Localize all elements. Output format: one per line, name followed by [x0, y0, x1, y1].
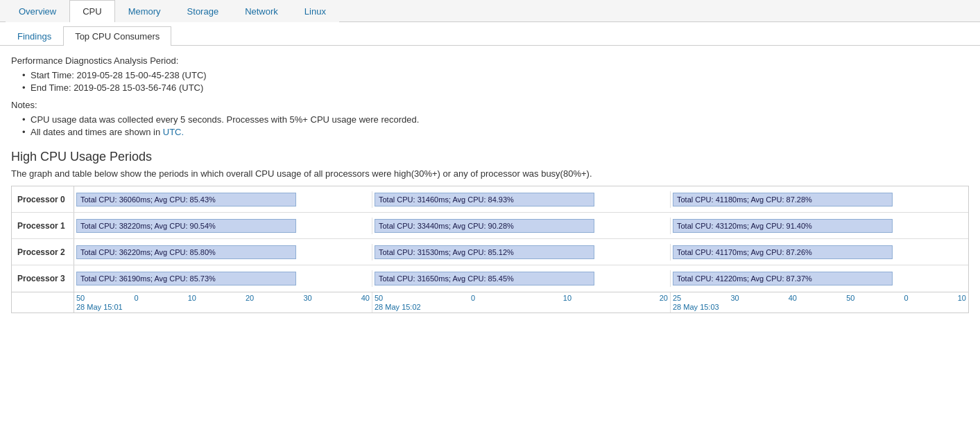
seg-1-2: Total CPU: 43120ms; Avg CPU: 91.40%	[671, 218, 968, 234]
processor-3-bars: Total CPU: 36190ms; Avg CPU: 85.73% Tota…	[74, 265, 968, 292]
tick-10c: 10	[958, 294, 966, 302]
tick-0c: 0	[904, 294, 909, 302]
utc-link[interactable]: UTC.	[163, 127, 184, 137]
tick-date-2: 28 May 15:03	[673, 302, 966, 311]
seg-2-1: Total CPU: 31530ms; Avg CPU: 85.12%	[372, 244, 671, 261]
main-content: Performance Diagnostics Analysis Period:…	[0, 46, 980, 323]
axis-spacer	[12, 292, 74, 313]
seg-2-2: Total CPU: 41170ms; Avg CPU: 87.26%	[671, 244, 968, 261]
high-cpu-desc: The graph and table below show the perio…	[11, 168, 969, 179]
bar-0-1: Total CPU: 31460ms; Avg CPU: 84.93%	[375, 193, 594, 206]
bar-2-0: Total CPU: 36220ms; Avg CPU: 85.80%	[76, 245, 296, 259]
tick-50b: 50	[375, 294, 383, 302]
tick-40c: 40	[789, 294, 797, 302]
processor-3-label: Processor 3	[12, 265, 74, 292]
processor-0-bars: Total CPU: 36060ms; Avg CPU: 85.43% Tota…	[74, 186, 968, 212]
notes-item-2: All dates and times are shown in UTC.	[22, 127, 969, 137]
analysis-start-time: Start Time: 2019-05-28 15-00-45-238 (UTC…	[22, 70, 969, 80]
tick-numbers-0: 50 0 10 20 30 40	[76, 294, 370, 302]
axis-segment-1: 50 0 10 20 28 May 15:02	[372, 292, 671, 313]
tick-0a: 0	[134, 294, 138, 302]
tick-10b: 10	[563, 294, 571, 302]
processor-1-label: Processor 1	[12, 213, 74, 238]
bar-1-2: Total CPU: 43120ms; Avg CPU: 91.40%	[673, 219, 893, 233]
tab-cpu[interactable]: CPU	[69, 0, 114, 22]
tick-50a: 50	[76, 294, 85, 302]
processor-0-label: Processor 0	[12, 186, 74, 212]
seg-0-2: Total CPU: 41180ms; Avg CPU: 87.28%	[671, 191, 968, 208]
analysis-period-label: Performance Diagnostics Analysis Period:	[11, 55, 969, 66]
tick-50c: 50	[846, 294, 854, 302]
seg-2-0: Total CPU: 36220ms; Avg CPU: 85.80%	[74, 244, 372, 261]
table-row: Processor 1 Total CPU: 38220ms; Avg CPU:…	[12, 213, 968, 239]
tab-linux[interactable]: Linux	[291, 0, 339, 22]
tick-10a: 10	[188, 294, 196, 302]
notes-list: CPU usage data was collected every 5 sec…	[11, 114, 969, 137]
bar-1-0: Total CPU: 38220ms; Avg CPU: 90.54%	[76, 219, 296, 233]
axis-segment-0: 50 0 10 20 30 40 28 May 15:01	[74, 292, 372, 313]
analysis-list: Start Time: 2019-05-28 15-00-45-238 (UTC…	[11, 70, 969, 93]
tick-30a: 30	[303, 294, 311, 302]
seg-3-0: Total CPU: 36190ms; Avg CPU: 85.73%	[74, 270, 372, 287]
tab-network[interactable]: Network	[232, 0, 291, 22]
processor-2-bars: Total CPU: 36220ms; Avg CPU: 85.80% Tota…	[74, 239, 968, 265]
cpu-chart: Processor 0 Total CPU: 36060ms; Avg CPU:…	[11, 186, 969, 313]
sub-tabs: Findings Top CPU Consumers	[0, 26, 980, 46]
tick-40a: 40	[361, 294, 370, 302]
subtab-findings[interactable]: Findings	[6, 26, 63, 46]
bar-3-1: Total CPU: 31650ms; Avg CPU: 85.45%	[375, 272, 594, 285]
seg-3-2: Total CPU: 41220ms; Avg CPU: 87.37%	[671, 270, 968, 287]
tick-date-1: 28 May 15:02	[375, 302, 668, 311]
seg-1-0: Total CPU: 38220ms; Avg CPU: 90.54%	[74, 218, 372, 234]
axis-row: 50 0 10 20 30 40 28 May 15:01 50 0	[12, 292, 968, 313]
tick-30c: 30	[730, 294, 739, 302]
processor-2-label: Processor 2	[12, 239, 74, 265]
seg-1-1: Total CPU: 33440ms; Avg CPU: 90.28%	[372, 218, 671, 234]
bar-0-2: Total CPU: 41180ms; Avg CPU: 87.28%	[673, 193, 893, 206]
axis-ticks: 50 0 10 20 30 40 28 May 15:01 50 0	[74, 292, 968, 313]
subtab-top-cpu-consumers[interactable]: Top CPU Consumers	[63, 26, 171, 46]
notes-label: Notes:	[11, 100, 969, 110]
tick-20b: 20	[660, 294, 668, 302]
bar-3-0: Total CPU: 36190ms; Avg CPU: 85.73%	[76, 272, 296, 285]
tick-numbers-1: 50 0 10 20	[375, 294, 668, 302]
bar-1-1: Total CPU: 33440ms; Avg CPU: 90.28%	[375, 219, 594, 233]
bar-0-0: Total CPU: 36060ms; Avg CPU: 85.43%	[76, 193, 296, 206]
tab-overview[interactable]: Overview	[6, 0, 69, 22]
seg-0-0: Total CPU: 36060ms; Avg CPU: 85.43%	[74, 191, 372, 208]
high-cpu-title: High CPU Usage Periods	[11, 150, 969, 164]
bar-3-2: Total CPU: 41220ms; Avg CPU: 87.37%	[673, 272, 893, 285]
processor-1-bars: Total CPU: 38220ms; Avg CPU: 90.54% Tota…	[74, 213, 968, 238]
tab-memory[interactable]: Memory	[115, 0, 174, 22]
table-row: Processor 2 Total CPU: 36220ms; Avg CPU:…	[12, 239, 968, 265]
axis-segment-2: 25 30 40 50 0 10 28 May 15:03	[671, 292, 968, 313]
tick-numbers-2: 25 30 40 50 0 10	[673, 294, 966, 302]
tick-0b: 0	[471, 294, 475, 302]
top-tabs-container: Overview CPU Memory Storage Network Linu…	[0, 0, 980, 323]
table-row: Processor 0 Total CPU: 36060ms; Avg CPU:…	[12, 186, 968, 213]
bar-2-2: Total CPU: 41170ms; Avg CPU: 87.26%	[673, 245, 893, 259]
analysis-end-time: End Time: 2019-05-28 15-03-56-746 (UTC)	[22, 82, 969, 93]
tick-25c: 25	[673, 294, 681, 302]
tick-20a: 20	[246, 294, 254, 302]
bar-2-1: Total CPU: 31530ms; Avg CPU: 85.12%	[375, 245, 594, 259]
seg-0-1: Total CPU: 31460ms; Avg CPU: 84.93%	[372, 191, 671, 208]
tick-date-0: 28 May 15:01	[76, 302, 370, 311]
top-tabs: Overview CPU Memory Storage Network Linu…	[0, 0, 980, 22]
seg-3-1: Total CPU: 31650ms; Avg CPU: 85.45%	[372, 270, 671, 287]
table-row: Processor 3 Total CPU: 36190ms; Avg CPU:…	[12, 265, 968, 292]
tab-storage[interactable]: Storage	[174, 0, 232, 22]
notes-item-1: CPU usage data was collected every 5 sec…	[22, 114, 969, 125]
